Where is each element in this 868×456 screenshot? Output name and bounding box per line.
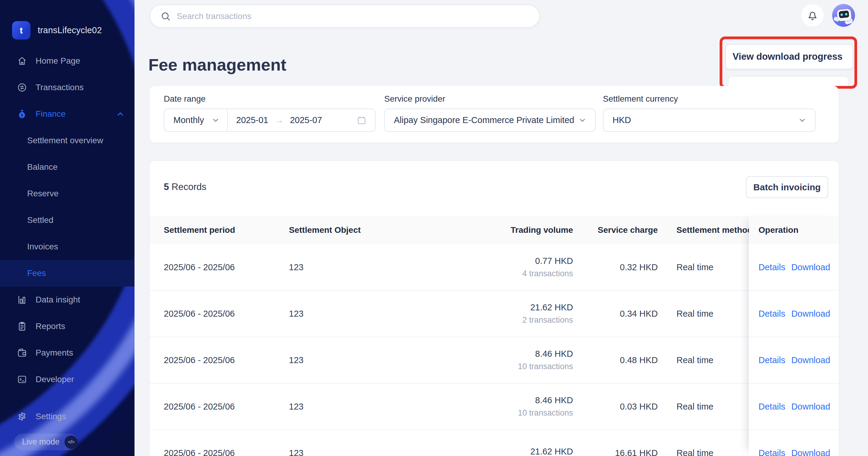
chevron-up-icon <box>116 110 125 119</box>
data-insight-icon <box>17 295 27 305</box>
brand: t transLifecycle02 <box>12 21 102 39</box>
sidebar-item-settlement-overview[interactable]: Settlement overview <box>0 127 134 154</box>
sidebar-item-balance[interactable]: Balance <box>0 154 134 180</box>
details-link[interactable]: Details <box>758 355 785 365</box>
table-row: 2025/06 - 2025/06 123 8.46 HKD 10 transa… <box>150 337 839 384</box>
date-range-picker[interactable]: 2025-01 → 2025-07 <box>228 109 375 131</box>
settlement-object-cell: 123 <box>289 355 443 365</box>
download-link[interactable]: Download <box>792 263 830 272</box>
service-charge-cell: 16.61 HKD <box>573 448 658 456</box>
trading-volume-cell: 0.77 HKD 4 transactions <box>443 256 573 278</box>
operation-cell: Details Download <box>749 430 839 456</box>
download-link[interactable]: Download <box>792 355 830 365</box>
settlement-currency-select[interactable]: HKD <box>603 109 815 132</box>
settings-icon <box>17 412 27 422</box>
sidebar-item-home-page[interactable]: Home Page <box>0 48 134 74</box>
operation-cell: Details Download <box>749 244 839 291</box>
date-range-control: Monthly 2025-01 → 2025-07 <box>164 109 375 132</box>
transactions-count: 10 transactions <box>443 408 573 418</box>
settlement-object-cell: 123 <box>289 309 443 319</box>
table-row: 2025/06 - 2025/06 123 21.62 HKD 2 transa… <box>150 291 839 337</box>
download-link[interactable]: Download <box>792 402 830 412</box>
settlement-currency-label: Settlement currency <box>603 94 678 104</box>
sidebar-item-payments[interactable]: Payments <box>0 340 134 366</box>
operation-cell: Details Download <box>749 384 839 430</box>
user-avatar[interactable] <box>832 4 855 27</box>
details-link[interactable]: Details <box>758 263 785 272</box>
col-settlement-object: Settlement Object <box>289 225 443 235</box>
calendar-icon <box>357 116 367 125</box>
sidebar-item-developer[interactable]: Developer <box>0 366 134 393</box>
filters-card: Date range Monthly 2025-01 → 2025-07 Ser… <box>150 86 839 143</box>
sidebar-item-label: Settled <box>27 215 53 225</box>
table-row: 2025/06 - 2025/06 123 8.46 HKD 10 transa… <box>150 384 839 430</box>
download-link[interactable]: Download <box>792 309 830 319</box>
live-mode-label: Live mode <box>22 437 60 447</box>
search-input[interactable] <box>176 7 539 25</box>
service-provider-select[interactable]: Alipay Singapore E-Commerce Private Limi… <box>384 109 596 132</box>
sidebar-item-settings[interactable]: Settings <box>0 403 134 430</box>
service-provider-value: Alipay Singapore E-Commerce Private Limi… <box>394 115 574 125</box>
settlement-period-cell: 2025/06 - 2025/06 <box>164 263 289 272</box>
transactions-count: 2 transactions <box>443 315 573 325</box>
details-link[interactable]: Details <box>758 402 785 412</box>
notifications-button[interactable] <box>801 4 824 27</box>
chevron-down-icon <box>211 116 220 125</box>
sidebar-item-reserve[interactable]: Reserve <box>0 180 134 207</box>
service-charge-cell: 0.48 HKD <box>573 355 658 365</box>
service-provider-label: Service provider <box>384 94 445 104</box>
sidebar-item-label: Fees <box>27 268 46 278</box>
annotation-red-box: View download progress <box>720 36 857 89</box>
sidebar-nav: Home Page Transactions $ Finance Settlem… <box>0 48 134 430</box>
details-link[interactable]: Details <box>758 309 785 319</box>
transactions-count: 10 transactions <box>443 362 573 371</box>
bell-icon <box>807 10 818 21</box>
sidebar-item-label: Settlement overview <box>27 136 103 145</box>
sidebar-item-label: Finance <box>36 109 66 119</box>
reports-icon <box>17 321 27 331</box>
fees-table-card: 5 Records Batch invoicing Settlement per… <box>150 161 839 456</box>
table-body: 2025/06 - 2025/06 123 0.77 HKD 4 transac… <box>150 244 839 456</box>
sidebar-item-invoices[interactable]: Invoices <box>0 234 134 260</box>
sidebar-item-label: Balance <box>27 162 58 172</box>
granularity-select[interactable]: Monthly <box>164 109 227 131</box>
app-name: transLifecycle02 <box>38 25 102 35</box>
sidebar-item-transactions[interactable]: Transactions <box>0 74 134 101</box>
sidebar-item-data-insight[interactable]: Data insight <box>0 286 134 313</box>
robot-head <box>837 9 852 22</box>
table-row: 2025/06 - 2025/06 123 0.77 HKD 4 transac… <box>150 244 839 291</box>
granularity-value: Monthly <box>174 115 204 125</box>
sidebar-item-fees[interactable]: Fees <box>0 260 134 286</box>
payments-icon <box>17 348 27 358</box>
search-bar <box>150 4 540 28</box>
sidebar-item-finance[interactable]: $ Finance <box>0 101 134 127</box>
page-title: Fee management <box>148 55 286 74</box>
settlement-object-cell: 123 <box>289 448 443 456</box>
sidebar-item-settled[interactable]: Settled <box>0 207 134 234</box>
records-count: 5 Records <box>164 182 206 192</box>
chevron-down-icon <box>798 116 806 125</box>
download-link[interactable]: Download <box>792 448 830 456</box>
live-mode-badge[interactable]: Live mode </> <box>14 434 78 450</box>
fee-management-page: t transLifecycle02 Home Page Transaction… <box>0 0 868 456</box>
transactions-icon <box>17 82 27 93</box>
settlement-period-cell: 2025/06 - 2025/06 <box>164 448 289 456</box>
start-date-value: 2025-01 <box>236 115 268 125</box>
trading-volume-cell: 21.62 HKD <box>443 447 573 456</box>
batch-invoicing-button[interactable]: Batch invoicing <box>746 176 828 198</box>
operation-cell: Details Download <box>749 291 839 337</box>
search-icon <box>160 11 171 22</box>
col-service-charge: Service charge <box>573 225 658 235</box>
sidebar-item-reports[interactable]: Reports <box>0 313 134 340</box>
table-header-row: Settlement period Settlement Object Trad… <box>150 216 839 244</box>
service-charge-cell: 0.34 HKD <box>573 309 658 319</box>
sidebar: t transLifecycle02 Home Page Transaction… <box>0 0 134 456</box>
view-download-progress-button[interactable]: View download progress <box>725 44 853 69</box>
sidebar-item-label: Transactions <box>36 83 84 92</box>
trading-volume-cell: 8.46 HKD 10 transactions <box>443 349 573 371</box>
service-charge-cell: 0.03 HKD <box>573 402 658 412</box>
details-link[interactable]: Details <box>758 448 785 456</box>
sidebar-item-label: Invoices <box>27 242 58 251</box>
col-operation: Operation <box>749 216 839 244</box>
code-icon: </> <box>65 435 78 449</box>
